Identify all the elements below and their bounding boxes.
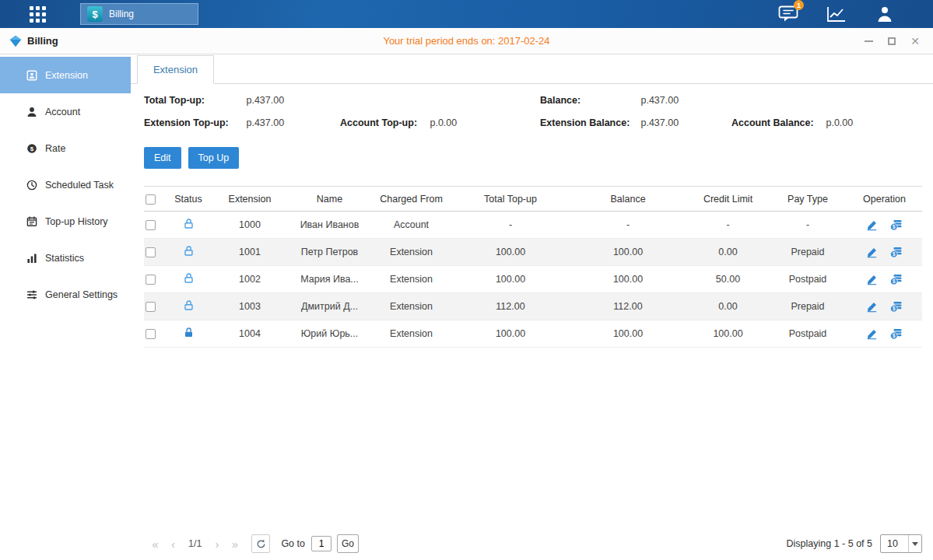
svg-text:$: $ [893,333,896,339]
balance: 112.00 [569,301,687,312]
edit-icon[interactable] [866,301,878,313]
edit-icon[interactable] [866,274,878,285]
sidebar-item-topup-history[interactable]: Top-up History [0,203,131,240]
rate-icon: $ [26,142,38,155]
row-checkbox[interactable] [146,275,156,285]
summary-extension-topup: Extension Top-up: p.437.00 [144,117,340,128]
credit-limit: 100.00 [687,328,769,339]
pay-type: Postpaid [769,274,847,285]
last-page-button[interactable]: » [226,535,244,553]
top-up-icon[interactable]: $ [890,246,903,258]
minimize-button[interactable] [863,36,874,47]
sidebar-item-label: General Settings [45,289,118,300]
close-button[interactable]: ✕ [910,36,921,47]
balance: 100.00 [569,274,687,285]
sidebar-item-label: Statistics [45,253,84,264]
charged-from: Extension [370,274,452,285]
first-page-button[interactable]: « [146,535,164,553]
sidebar-item-statistics[interactable]: Statistics [0,240,131,276]
sidebar-item-label: Extension [45,70,88,81]
pagination-bar: « ‹ 1/1 › » Go to Go Displaying 1 - 5 of… [144,534,922,553]
svg-text:$: $ [893,251,896,257]
sidebar-item-extension[interactable]: Extension [0,57,131,93]
pay-type: Prepaid [769,301,847,312]
sidebar-item-rate[interactable]: $ Rate [0,130,131,166]
billing-taskbar-tab[interactable]: $ Billing [80,3,198,25]
main-panel: Extension Total Top-up: p.437.00 Balance… [131,54,933,560]
table-row: 1000 Иван Иванов Account - - - - $ [144,212,922,239]
sidebar-item-general-settings[interactable]: General Settings [0,276,131,313]
sidebar-item-label: Account [45,107,80,117]
billing-diamond-icon [9,35,22,47]
next-page-button[interactable]: › [208,535,226,553]
row-checkbox[interactable] [146,247,156,257]
person-icon [875,5,894,23]
app-launcher-icon[interactable] [30,6,46,23]
user-account-icon[interactable] [874,5,896,23]
pay-type: Postpaid [769,328,847,339]
pay-type: - [769,219,847,230]
extension-table: Status Extension Name Charged From Total… [144,186,922,348]
total-topup: 100.00 [452,274,569,285]
account-icon [26,106,38,118]
go-button[interactable]: Go [337,534,359,553]
tab-extension[interactable]: Extension [137,55,214,84]
row-checkbox[interactable] [146,329,156,339]
pay-type: Prepaid [769,247,847,257]
sidebar-item-label: Scheduled Task [45,180,114,191]
total-topup: 100.00 [452,247,569,257]
select-all-checkbox[interactable] [146,194,156,205]
charged-from: Extension [370,328,452,339]
refresh-icon [256,539,266,549]
row-checkbox[interactable] [146,302,156,312]
top-up-icon[interactable]: $ [890,300,903,313]
unlock-status-icon [183,245,195,257]
top-up-icon[interactable]: $ [890,219,903,231]
total-topup: 112.00 [452,301,569,312]
table-row: 1004 Юрий Юрь... Extension 100.00 100.00… [144,320,922,348]
page-size-value: 10 [881,538,908,549]
summary-extension-balance: Extension Balance: p.437.00 [540,117,731,128]
unlock-status-icon [183,299,195,311]
balance: 100.00 [569,247,687,257]
top-up-button[interactable]: Top Up [188,147,240,169]
topbar: $ Billing 1 [0,0,933,28]
charged-from: Extension [370,301,452,312]
charged-from: Extension [370,247,452,257]
credit-limit: 0.00 [687,301,769,312]
edit-icon[interactable] [866,328,878,340]
balance-summary: Total Top-up: p.437.00 Balance: p.437.00… [144,95,922,128]
row-checkbox[interactable] [146,220,156,230]
credit-limit: - [687,219,769,230]
table-row: 1001 Петр Петров Extension 100.00 100.00… [144,239,922,266]
statistics-topbar-icon[interactable] [826,5,847,23]
svg-text:$: $ [30,145,34,152]
total-topup: - [452,219,569,230]
page-size-select[interactable]: 10 [880,534,922,553]
sidebar-item-scheduled-task[interactable]: Scheduled Task [0,166,131,203]
displaying-count: Displaying 1 - 5 of 5 [787,538,872,549]
sidebar-item-label: Rate [45,143,65,154]
extension-number: 1004 [211,328,289,339]
credit-limit: 50.00 [687,274,769,285]
edit-icon[interactable] [866,219,878,231]
lock-status-icon [183,327,195,338]
extension-name: Юрий Юрь... [289,328,370,339]
edit-button[interactable]: Edit [144,147,181,169]
calendar-icon [26,215,38,228]
top-up-icon[interactable]: $ [890,273,903,285]
col-name: Name [289,194,370,205]
page-indicator: 1/1 [188,538,202,549]
table-row: 1003 Дмитрий Д... Extension 112.00 112.0… [144,293,922,320]
top-up-icon[interactable]: $ [890,327,903,340]
goto-page-input[interactable] [311,536,331,551]
sidebar-item-label: Top-up History [45,216,108,227]
prev-page-button[interactable]: ‹ [164,535,182,553]
extension-name: Мария Ива... [289,274,370,285]
maximize-button[interactable] [886,36,897,47]
refresh-button[interactable] [251,534,270,553]
sidebar-item-account[interactable]: Account [0,93,131,130]
notifications-icon[interactable]: 1 [777,5,799,23]
extension-number: 1000 [211,219,289,230]
edit-icon[interactable] [866,247,878,258]
